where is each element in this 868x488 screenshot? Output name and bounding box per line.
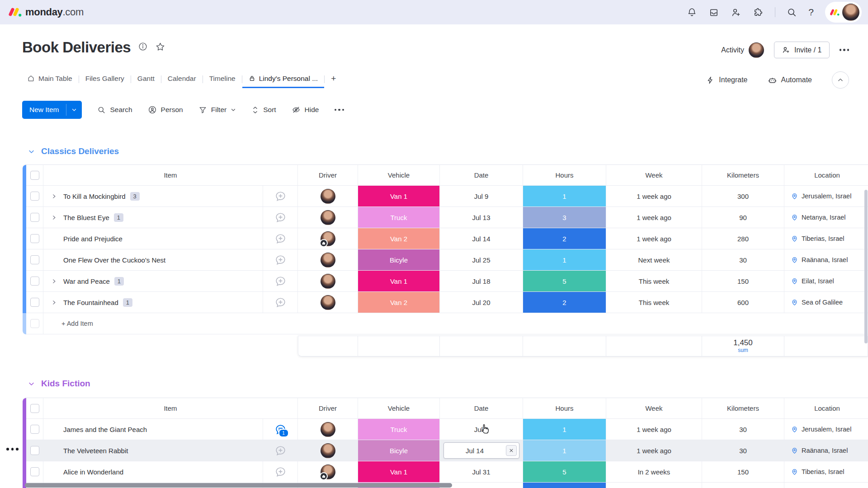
item-name[interactable]: War and Peace <box>63 277 110 285</box>
date-cell[interactable]: Jul 14 <box>440 440 523 461</box>
favorite-star-icon[interactable] <box>155 42 165 54</box>
row-checkbox[interactable] <box>30 277 39 286</box>
vehicle-cell[interactable]: Bicyle <box>358 440 440 461</box>
new-item-dropdown[interactable] <box>66 101 82 119</box>
date-cell[interactable]: Jul 25 <box>440 249 523 271</box>
driver-avatar[interactable] <box>321 231 335 246</box>
week-cell[interactable]: This week <box>606 292 702 313</box>
tab-lindys-personal[interactable]: Lindy's Personal ... <box>242 70 324 88</box>
hours-cell[interactable]: 1 <box>523 249 606 271</box>
add-update-icon[interactable] <box>274 466 287 478</box>
kilometers-cell[interactable]: 150 <box>702 461 784 483</box>
date-cell[interactable]: Jul 9 <box>440 186 523 207</box>
column-header-week[interactable]: Week <box>606 164 702 186</box>
expand-subitems-icon[interactable] <box>49 300 59 305</box>
week-cell[interactable]: 1 week ago <box>606 207 702 228</box>
vehicle-cell[interactable]: Truck <box>358 207 440 228</box>
driver-avatar[interactable] <box>321 465 335 479</box>
integrate-button[interactable]: Integrate <box>706 76 747 84</box>
row-checkbox[interactable] <box>30 192 39 201</box>
item-cell[interactable]: Pride and Prejudice <box>43 228 263 249</box>
item-cell[interactable]: War and Peace1 <box>43 271 263 292</box>
location-cell[interactable]: Tiberias, Israel <box>784 228 868 249</box>
location-cell[interactable]: Jerusalem, Israel <box>784 419 868 440</box>
chat-cell[interactable] <box>263 228 298 249</box>
item-cell[interactable]: The Velveteen Rabbit <box>43 440 263 461</box>
location-cell[interactable]: Jerusalem, Israel <box>784 186 868 207</box>
item-name[interactable]: James and the Giant Peach <box>63 426 147 433</box>
week-cell[interactable]: Next week <box>606 249 702 271</box>
driver-avatar[interactable] <box>321 210 335 225</box>
board-menu-button[interactable] <box>840 49 849 51</box>
expand-subitems-icon[interactable] <box>49 215 59 220</box>
driver-cell[interactable] <box>298 249 358 271</box>
vehicle-cell[interactable]: Van 2 <box>358 292 440 313</box>
driver-cell[interactable] <box>298 440 358 461</box>
item-name[interactable]: Alice in Wonderland <box>63 468 123 476</box>
item-name[interactable]: One Flew Over the Cuckoo's Nest <box>63 256 165 264</box>
automate-button[interactable]: Automate <box>768 75 812 85</box>
location-cell[interactable]: Raänana, Israel <box>784 249 868 271</box>
hide-button[interactable]: Hide <box>292 105 319 114</box>
sum-label[interactable]: sum <box>738 347 748 354</box>
group-title-classics[interactable]: Classics Deliveries <box>28 146 119 156</box>
add-update-icon[interactable] <box>274 190 287 202</box>
activity-button[interactable]: Activity <box>721 42 764 58</box>
vehicle-cell[interactable]: Van 1 <box>358 186 440 207</box>
week-cell[interactable]: 1 week ago <box>606 228 702 249</box>
hours-cell[interactable]: 2 <box>523 228 606 249</box>
user-avatar[interactable] <box>842 4 859 21</box>
column-header-kilometers[interactable]: Kilometers <box>702 164 784 186</box>
item-cell[interactable]: The Bluest Eye1 <box>43 207 263 228</box>
item-cell[interactable]: James and the Giant Peach <box>43 419 263 440</box>
date-cell[interactable]: Jul 20 <box>440 292 523 313</box>
board-info-icon[interactable] <box>138 42 148 53</box>
driver-cell[interactable] <box>298 419 358 440</box>
driver-avatar[interactable] <box>321 189 335 204</box>
kilometers-cell[interactable]: 300 <box>702 186 784 207</box>
kilometers-cell[interactable]: 280 <box>702 228 784 249</box>
driver-cell[interactable] <box>298 271 358 292</box>
date-cell[interactable] <box>440 483 523 488</box>
clear-date-button[interactable] <box>506 445 517 456</box>
column-header-kilometers[interactable]: Kilometers <box>702 398 784 419</box>
chat-cell[interactable] <box>263 440 298 461</box>
location-cell[interactable]: Eilat, Israel <box>784 271 868 292</box>
add-update-icon[interactable] <box>274 254 287 266</box>
item-name[interactable]: The Velveteen Rabbit <box>63 447 128 455</box>
chat-unread-icon[interactable]: 1 <box>274 423 287 436</box>
driver-cell[interactable] <box>298 461 358 483</box>
week-cell[interactable]: 1 week ago <box>606 186 702 207</box>
chat-cell[interactable]: 1 <box>263 419 298 440</box>
kilometers-cell[interactable]: 30 <box>702 440 784 461</box>
column-header-item[interactable]: Item <box>43 398 298 419</box>
tab-timeline[interactable]: Timeline <box>203 70 242 88</box>
location-cell[interactable]: Tiberias, Israel <box>784 461 868 483</box>
hours-cell[interactable] <box>523 483 606 488</box>
column-header-item[interactable]: Item <box>43 164 298 186</box>
vehicle-cell[interactable]: Van 1 <box>358 271 440 292</box>
date-cell[interactable]: Jul 18 <box>440 271 523 292</box>
date-cell[interactable]: Jul 14 <box>440 228 523 249</box>
column-header-hours[interactable]: Hours <box>523 164 606 186</box>
column-header-vehicle[interactable]: Vehicle <box>358 164 440 186</box>
profile-pill[interactable] <box>825 2 862 23</box>
filter-button[interactable]: Filter <box>198 106 236 114</box>
week-cell[interactable]: 1 week ago <box>606 419 702 440</box>
notifications-bell-icon[interactable] <box>687 7 697 18</box>
column-header-vehicle[interactable]: Vehicle <box>358 398 440 419</box>
column-header-hours[interactable]: Hours <box>523 398 606 419</box>
row-checkbox[interactable] <box>30 255 39 264</box>
vehicle-cell[interactable]: Bicyle <box>358 249 440 271</box>
column-header-location[interactable]: Location <box>784 164 868 186</box>
select-all-checkbox[interactable] <box>30 171 39 180</box>
horizontal-scrollbar[interactable] <box>25 483 452 488</box>
driver-avatar[interactable] <box>321 295 335 310</box>
collapse-header-button[interactable] <box>832 71 849 89</box>
hours-cell[interactable]: 5 <box>523 271 606 292</box>
kilometers-cell[interactable]: 30 <box>702 249 784 271</box>
chat-cell[interactable] <box>263 207 298 228</box>
week-cell[interactable] <box>606 483 702 488</box>
add-update-icon[interactable] <box>274 275 287 287</box>
location-cell[interactable]: Sea of Galilee <box>784 292 868 313</box>
